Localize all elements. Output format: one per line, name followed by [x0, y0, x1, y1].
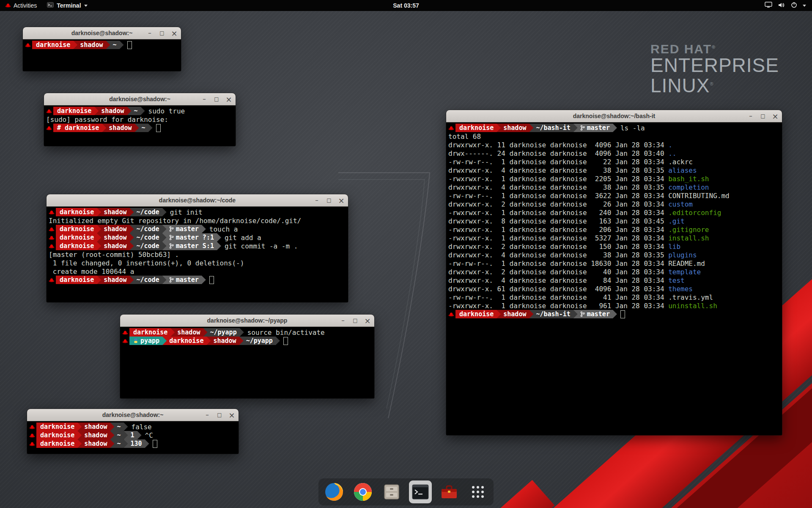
file-name: install.sh: [668, 234, 709, 242]
minimize-button[interactable]: [204, 411, 211, 418]
output-line: total 68: [448, 132, 782, 141]
prompt-segment-user: darknoise: [56, 233, 101, 242]
window-titlebar[interactable]: darknoise@shadow:~: [27, 409, 239, 421]
segment-text: shadow: [84, 431, 107, 439]
window-controls: [201, 93, 232, 105]
close-button[interactable]: [171, 30, 178, 36]
segment-text: ~: [112, 41, 116, 49]
file-name: plugins: [668, 251, 697, 259]
output-text: -rwxrwxr-x. 1 darknoise darknoise 5327 J…: [448, 234, 668, 242]
redhat-icon: [49, 227, 56, 232]
terminal-window: darknoise@shadow:~/pyappdarknoiseshadow~…: [120, 315, 374, 398]
maximize-button[interactable]: [213, 96, 220, 102]
prompt-segment-user: darknoise: [36, 431, 82, 439]
terminal-content[interactable]: darknoiseshadow~/bash-itmasterls -latota…: [446, 122, 782, 435]
output-line: drwxrwxr-x. 61 darknoise darknoise 4096 …: [448, 284, 782, 293]
terminal-content[interactable]: darknoiseshadow~/codegit initInitialized…: [47, 207, 348, 302]
redhat-icon: [5, 2, 11, 9]
maximize-button[interactable]: [159, 30, 165, 36]
file-name: .: [668, 141, 672, 149]
output-text: drwxrwxr-x. 61 darknoise darknoise 4096 …: [448, 285, 668, 293]
prompt-segment-host: shadow: [94, 107, 131, 115]
prompt-segment-path: ~/code: [129, 208, 166, 216]
segment-text: shadow: [503, 124, 526, 132]
terminal-cursor: [209, 276, 214, 284]
maximize-button[interactable]: [760, 113, 766, 119]
segment-text: ~: [117, 440, 121, 447]
branch-icon: [580, 311, 585, 317]
system-menu[interactable]: [759, 0, 812, 11]
segment-text: master: [587, 310, 610, 318]
close-button[interactable]: [364, 317, 371, 324]
terminal-content[interactable]: darknoiseshadow~/pyappsource bin/activat…: [120, 327, 374, 398]
terminal-content[interactable]: darknoiseshadow~sudo true[sudo] password…: [44, 105, 236, 146]
segment-text: shadow: [104, 225, 126, 233]
power-icon: [791, 2, 797, 9]
prompt-segment-path: ~/pyapp: [239, 337, 280, 345]
segment-text: master: [176, 225, 199, 233]
dock-app-grid[interactable]: [466, 480, 489, 503]
redhat-icon: [122, 330, 129, 335]
prompt-segment-git: master: [162, 225, 206, 233]
window-controls: [146, 27, 178, 39]
prompt-segment-user: # darknoise: [53, 124, 106, 132]
prompt-segment-user: darknoise: [455, 310, 501, 318]
output-line: drwxrwxr-x. 11 darknoise darknoise 4096 …: [448, 141, 782, 149]
activities-button[interactable]: Activities: [0, 0, 42, 11]
segment-text: shadow: [104, 234, 126, 241]
close-button[interactable]: [225, 96, 232, 102]
prompt-line: darknoiseshadow~1^C: [29, 431, 239, 439]
window-titlebar[interactable]: darknoise@shadow:~/code: [47, 194, 348, 207]
dock-chrome[interactable]: [351, 480, 374, 503]
caret-down-icon: [803, 5, 806, 7]
terminal-content[interactable]: darknoiseshadow~: [23, 39, 181, 71]
minimize-button[interactable]: [146, 30, 153, 36]
dock-files[interactable]: [380, 480, 403, 503]
redhat-icon: [122, 339, 129, 343]
terminal-content[interactable]: darknoiseshadow~falsedarknoiseshadow~1^C…: [27, 421, 239, 454]
output-line: -rw-rw-r--. 1 darknoise darknoise 41 Jan…: [448, 293, 782, 301]
dock-toolbox[interactable]: [438, 480, 461, 503]
output-text: -rw-rw-r--. 1 darknoise darknoise 41 Jan…: [448, 293, 668, 301]
toolbox-icon: [439, 482, 459, 502]
window-titlebar[interactable]: darknoise@shadow:~/pyapp: [120, 315, 374, 327]
close-button[interactable]: [338, 197, 345, 204]
output-line: drwxrwxr-x. 4 darknoise darknoise 84 Jan…: [448, 276, 782, 284]
dock-firefox[interactable]: [323, 480, 346, 503]
prompt-line: pyappdarknoiseshadow~/pyapp: [122, 337, 374, 345]
segment-text: pyapp: [140, 337, 159, 345]
output-text: drwxrwxr-x. 8 darknoise darknoise 163 Ja…: [448, 217, 668, 225]
redhat-icon: [29, 442, 36, 446]
segment-text: ~: [117, 431, 121, 439]
minimize-button[interactable]: [747, 113, 754, 119]
window-title: darknoise@shadow:~/code: [159, 197, 236, 204]
app-menu[interactable]: Terminal: [42, 0, 92, 11]
minimize-button[interactable]: [340, 317, 346, 324]
segment-text: master: [587, 124, 610, 132]
redhat-icon: [46, 109, 53, 113]
window-titlebar[interactable]: darknoise@shadow:~/bash-it: [446, 110, 782, 122]
window-titlebar[interactable]: darknoise@shadow:~: [44, 93, 236, 105]
maximize-button[interactable]: [326, 197, 332, 204]
maximize-button[interactable]: [216, 411, 223, 418]
clock[interactable]: Sat 03:57: [393, 2, 419, 9]
window-title: darknoise@shadow:~: [102, 411, 164, 418]
window-titlebar[interactable]: darknoise@shadow:~: [23, 27, 181, 39]
close-button[interactable]: [228, 411, 235, 418]
prompt-segment-path: ~/code: [129, 276, 166, 284]
prompt-segment-path: ~/pyapp: [203, 328, 244, 337]
prompt-segment-user: darknoise: [56, 242, 101, 250]
maximize-button[interactable]: [352, 317, 359, 324]
output-line: -rw-rw-r--. 1 darknoise darknoise 18630 …: [448, 259, 782, 268]
file-name: test: [668, 276, 685, 284]
terminal-window: darknoise@shadow:~darknoiseshadow~falsed…: [27, 409, 239, 454]
python-icon: [133, 338, 138, 343]
close-button[interactable]: [772, 113, 779, 119]
minimize-button[interactable]: [313, 197, 320, 204]
minimize-button[interactable]: [201, 96, 208, 102]
prompt-line: darknoiseshadow~/codemaster: [49, 276, 348, 284]
dock-terminal[interactable]: [409, 480, 432, 503]
segment-text: ~/code: [136, 276, 159, 284]
output-line: [sudo] password for darknoise:: [46, 115, 236, 124]
prompt-segment-user: darknoise: [36, 422, 82, 431]
